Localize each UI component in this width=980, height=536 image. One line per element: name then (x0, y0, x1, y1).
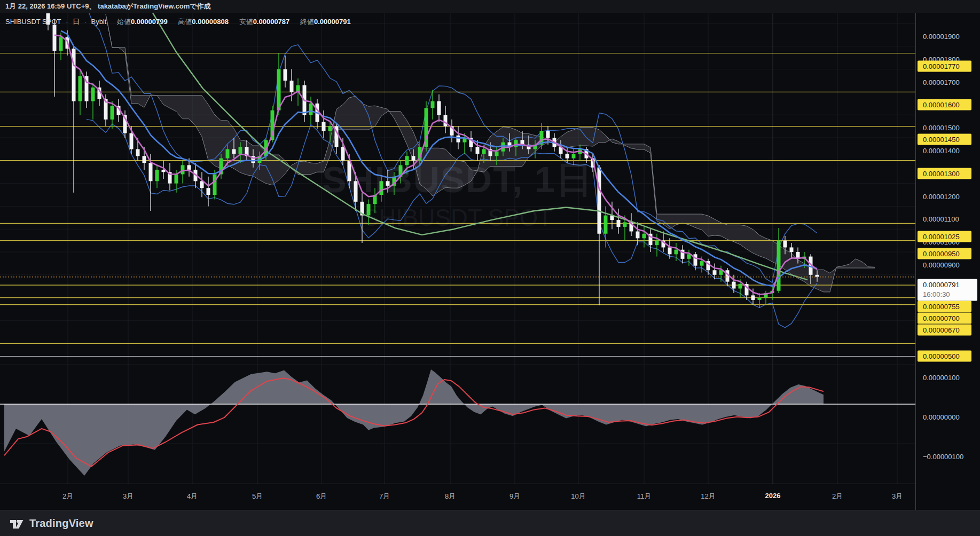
time-axis-label[interactable]: 6月 (316, 492, 327, 501)
price-level-label[interactable]: 0.00001450 (918, 133, 971, 145)
price-level-label[interactable]: 0.00000700 (918, 313, 971, 324)
price-level-label[interactable]: 0.00001025 (918, 231, 971, 242)
price-tick-label: 0.00000900 (923, 261, 960, 269)
price-level-label[interactable]: 0.00001300 (918, 168, 971, 179)
legend-timeframe[interactable]: 日 (73, 18, 80, 26)
legend-high-label: 高値 (178, 18, 192, 26)
creation-info-bar: 1月 22, 2026 16:59 UTC+9、 takatabaがTradin… (0, 0, 980, 13)
tradingview-footer: TradingView (0, 510, 980, 536)
legend-high-value: 0.00000808 (192, 18, 229, 26)
time-axis[interactable]: 2月3月4月5月6月7月8月9月10月11月12月20262月3月 (0, 484, 915, 510)
creation-info-text: 1月 22, 2026 16:59 UTC+9、 takatabaがTradin… (5, 2, 211, 10)
main-chart-pane[interactable] (0, 13, 915, 356)
legend-separator: · (84, 18, 87, 26)
symbol-legend[interactable]: SHIBUSDT SPOT · 日 · Bybit 始値0.00000799 高… (5, 17, 351, 27)
legend-close-value: 0.00000791 (314, 18, 351, 26)
time-axis-label[interactable]: 3月 (123, 492, 134, 501)
price-level-label[interactable]: 0.00000950 (918, 248, 971, 259)
legend-open-value: 0.00000799 (131, 18, 168, 26)
legend-open-label: 始値 (117, 18, 131, 26)
time-axis-label[interactable]: 11月 (637, 492, 652, 501)
price-level-label[interactable]: 0.00001600 (918, 99, 971, 111)
current-price-label[interactable]: 0.0000079116:00:30 (918, 279, 977, 301)
price-tick-label: 0.00001700 (923, 78, 960, 86)
tradingview-logo-icon[interactable] (9, 515, 25, 531)
legend-low-label: 安値 (239, 18, 253, 26)
tradingview-brand-text[interactable]: TradingView (29, 517, 93, 530)
price-level-label[interactable]: 0.00000500 (918, 351, 971, 362)
time-axis-label[interactable]: 5月 (252, 492, 263, 501)
price-tick-label: 0.00001200 (923, 192, 960, 200)
price-tick-label: 0.00001500 (923, 124, 960, 132)
oscillator-tick-label: −0.00000100 (923, 453, 963, 461)
time-axis-label[interactable]: 2月 (832, 492, 843, 501)
tradingview-chart-window: 1月 22, 2026 16:59 UTC+9、 takatabaがTradin… (0, 0, 980, 536)
time-axis-label[interactable]: 9月 (509, 492, 520, 501)
chart-area: SHIBUSDT SPOT · 日 · Bybit 始値0.00000799 高… (0, 13, 980, 510)
price-tick-label: 0.00001100 (923, 215, 959, 223)
price-level-label[interactable]: 0.00001770 (918, 60, 971, 72)
price-level-label[interactable]: 0.00000670 (918, 325, 971, 336)
oscillator-tick-label: 0.00000000 (923, 413, 960, 421)
legend-exchange: Bybit (91, 18, 106, 26)
time-axis-label[interactable]: 10月 (571, 492, 585, 501)
time-axis-label[interactable]: 7月 (379, 492, 390, 501)
price-axis[interactable]: 0.000019000.000018000.000017000.00001500… (915, 13, 980, 510)
oscillator-pane[interactable] (0, 356, 915, 484)
time-axis-label[interactable]: 12月 (701, 492, 715, 501)
legend-separator: · (66, 18, 68, 26)
time-axis-label[interactable]: 4月 (187, 492, 198, 501)
price-tick-label: 0.00001400 (923, 147, 960, 155)
legend-symbol[interactable]: SHIBUSDT SPOT (5, 18, 61, 26)
bar-countdown: 16:00:30 (923, 290, 977, 299)
legend-close-label: 終値 (300, 18, 314, 26)
price-tick-label: 0.00001900 (923, 33, 960, 41)
legend-low-value: 0.00000787 (253, 18, 290, 26)
oscillator-tick-label: 0.00000100 (923, 374, 960, 382)
time-axis-label[interactable]: 3月 (892, 492, 903, 501)
time-axis-label[interactable]: 8月 (445, 492, 456, 501)
time-axis-label[interactable]: 2月 (62, 492, 73, 501)
current-price-value: 0.00000791 (923, 280, 977, 290)
price-level-label[interactable]: 0.00000755 (918, 301, 971, 312)
time-axis-year-label[interactable]: 2026 (765, 492, 781, 500)
